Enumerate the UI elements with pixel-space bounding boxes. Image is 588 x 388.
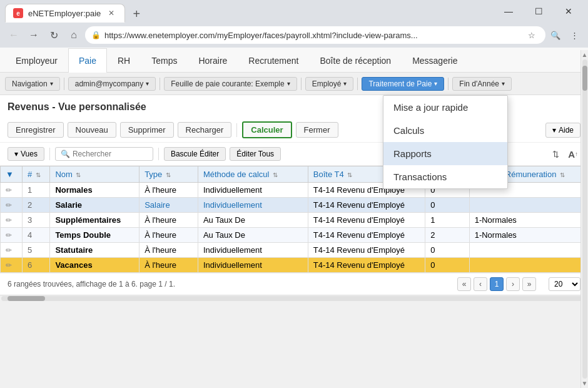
edit-cell[interactable]: ✏ [1, 243, 23, 258]
traitement-dropdown[interactable]: Traitement de Paie ▾ [362, 77, 444, 91]
tab-close-button[interactable]: ✕ [106, 8, 117, 19]
search-button[interactable]: 🔍 [548, 28, 563, 43]
top-navigation: Employeur Paie RH Temps Horaire Recrutem… [0, 48, 588, 73]
type-cell: À l'heure [139, 213, 198, 228]
feuille-dropdown[interactable]: Feuille de paie courante: Exemple ▾ [164, 77, 297, 91]
traitement-dropdown-menu: Mise a jour rapide Calculs Rapports Tran… [383, 95, 508, 189]
minimize-button[interactable]: — [494, 1, 523, 21]
editer-tous-button[interactable]: Éditer Tous [230, 147, 281, 161]
close-button[interactable]: ✕ [554, 1, 583, 21]
next-page-button[interactable]: › [506, 277, 520, 291]
first-page-button[interactable]: « [457, 277, 471, 291]
nav-boite-reception[interactable]: Boîte de réception [309, 48, 402, 73]
table-row[interactable]: ✏4Temps DoubleÀ l'heureAu Taux DeT4-14 R… [1, 228, 588, 243]
url-text: https://www.enetemployer.com/myEmployer/… [104, 31, 520, 40]
nav-messagerie[interactable]: Messagerie [402, 48, 468, 73]
nav-rh[interactable]: RH [107, 48, 141, 73]
toolbar-separator-4 [357, 78, 358, 90]
sort-icon[interactable]: ⇅ [548, 146, 563, 161]
nav-temps[interactable]: Temps [141, 48, 188, 73]
employe-label: Employé [312, 79, 342, 88]
edit-cell[interactable]: ✏ [1, 228, 23, 243]
new-tab-button[interactable]: + [128, 5, 145, 23]
nav-paie[interactable]: Paie [68, 48, 107, 73]
scroll-thumb[interactable] [8, 296, 45, 301]
table-row[interactable]: ✏3SupplémentairesÀ l'heureAu Taux DeT4-1… [1, 213, 588, 228]
dropdown-mise-a-jour[interactable]: Mise a jour rapide [383, 96, 507, 119]
vues-button[interactable]: ▾ Vues [8, 147, 44, 161]
search-input[interactable] [73, 150, 148, 158]
nav-recrutement[interactable]: Recrutement [238, 48, 309, 73]
edit-cell[interactable]: ✏ [1, 213, 23, 228]
calculer-button[interactable]: Calculer [242, 121, 291, 138]
back-button[interactable]: ← [5, 26, 23, 44]
nav-employeur[interactable]: Employeur [5, 48, 68, 73]
content-area: Mise a jour rapide Calculs Rapports Tran… [0, 95, 588, 301]
edit-icon[interactable]: ✏ [6, 246, 12, 255]
vertical-scrollbar[interactable]: ▲ ▼ [580, 50, 588, 388]
edit-icon[interactable]: ✏ [6, 201, 12, 210]
aide-button[interactable]: ▾ Aide [545, 123, 580, 138]
scroll-down-arrow[interactable]: ▼ [582, 380, 588, 387]
type-cell: À l'heure [139, 228, 198, 243]
employe-dropdown[interactable]: Employé ▾ [305, 77, 354, 91]
dropdown-calculs[interactable]: Calculs [383, 119, 507, 142]
text-size-icon[interactable]: A↑ [565, 146, 580, 161]
edit-icon[interactable]: ✏ [6, 231, 12, 240]
aide-label: Aide [559, 126, 574, 135]
methode-cell: Individuellement [198, 183, 308, 198]
maximize-button[interactable]: ☐ [524, 1, 553, 21]
th-type[interactable]: Type ⇅ [139, 166, 198, 183]
recharger-button[interactable]: Recharger [178, 122, 232, 138]
last-page-button[interactable]: » [522, 277, 536, 291]
th-num[interactable]: # ⇅ [23, 166, 50, 183]
toolbar-separator-3 [301, 78, 302, 90]
page-1-button[interactable]: 1 [490, 277, 504, 291]
horizontal-scrollbar[interactable] [0, 295, 588, 301]
scroll-up-arrow[interactable]: ▲ [582, 51, 588, 58]
search-box[interactable]: 🔍 [55, 147, 153, 161]
table-row[interactable]: ✏6VacancesÀ l'heureIndividuellementT4-14… [1, 258, 588, 273]
tab-bar: e eNETEmployer:paie ✕ + [5, 0, 489, 23]
th-nom[interactable]: Nom ⇅ [50, 166, 139, 183]
enregistrer-button[interactable]: Enregistrer [8, 122, 64, 138]
prev-page-button[interactable]: ‹ [474, 277, 487, 291]
nouveau-button[interactable]: Nouveau [68, 122, 116, 138]
supprimer-button[interactable]: Supprimer [120, 122, 174, 138]
page-size-select[interactable]: 20 50 100 [549, 277, 580, 291]
dropdown-rapports[interactable]: Rapports [383, 142, 507, 165]
edit-icon[interactable]: ✏ [6, 261, 12, 270]
edit-cell[interactable]: ✏ [1, 198, 23, 213]
table-row[interactable]: ✏2SalarieSalaireIndividuellementT4-14 Re… [1, 198, 588, 213]
nav-horaire[interactable]: Horaire [188, 48, 238, 73]
table-row[interactable]: ✏5StatutaireÀ l'heureIndividuellementT4-… [1, 243, 588, 258]
browser-menu-button[interactable]: ⋮ [565, 26, 583, 44]
sort-remuneration-icon: ⇅ [560, 171, 565, 178]
dropdown-transactions[interactable]: Transactions [383, 165, 507, 188]
num-cell: 3 [23, 213, 50, 228]
remuneration-cell [469, 198, 587, 213]
edit-cell[interactable]: ✏ [1, 258, 23, 273]
bascule-editer-button[interactable]: Bascule Éditer [164, 147, 226, 161]
nom-cell: Salarie [50, 198, 139, 213]
toolbar-separator-1 [64, 78, 64, 90]
forward-button[interactable]: → [25, 26, 43, 44]
navigation-chevron: ▾ [50, 80, 53, 87]
navigation-dropdown[interactable]: Navigation ▾ [5, 77, 60, 91]
title-bar: e eNETEmployer:paie ✕ + — ☐ ✕ [0, 0, 588, 23]
admin-dropdown[interactable]: admin@mycompany ▾ [68, 77, 156, 91]
home-button[interactable]: ⌂ [65, 26, 83, 44]
th-methode[interactable]: Méthode de calcul ⇅ [198, 166, 308, 183]
url-bar[interactable]: 🔒 https://www.enetemployer.com/myEmploye… [85, 26, 545, 44]
edit-icon[interactable]: ✏ [6, 186, 12, 195]
fin-annee-dropdown[interactable]: Fin d'Année ▾ [452, 77, 512, 91]
fermer-button[interactable]: Fermer [296, 122, 338, 138]
filter-icon[interactable]: ▼ [6, 170, 14, 179]
refresh-button[interactable]: ↻ [45, 26, 63, 44]
edit-cell[interactable]: ✏ [1, 183, 23, 198]
vertical-scroll-thumb[interactable] [582, 66, 587, 91]
active-tab[interactable]: e eNETEmployer:paie ✕ [5, 4, 125, 23]
edit-icon[interactable]: ✏ [6, 216, 12, 225]
taux-cell: 2 [425, 228, 469, 243]
bookmark-icon[interactable]: ☆ [524, 28, 539, 43]
